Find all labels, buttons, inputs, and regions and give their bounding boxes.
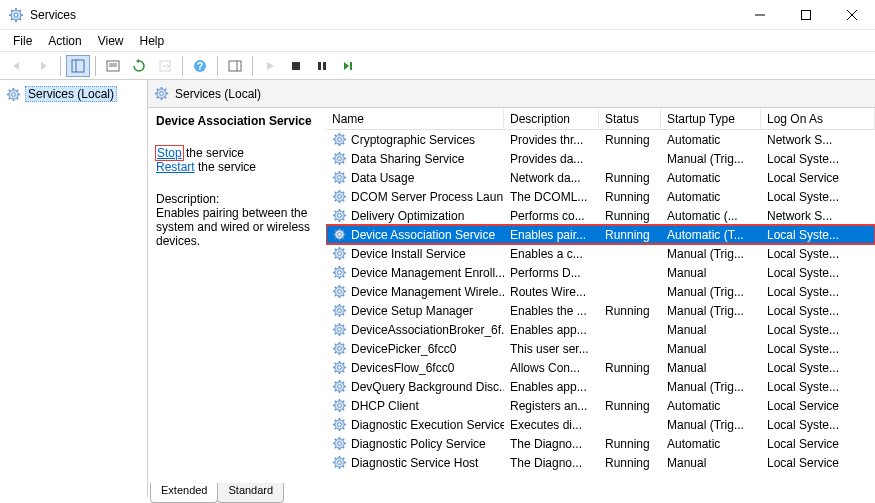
separator [95, 56, 96, 76]
service-row[interactable]: Diagnostic Service HostThe Diagno...Runn… [326, 453, 875, 472]
gear-icon [332, 227, 347, 242]
service-row[interactable]: Device Management Enroll...Performs D...… [326, 263, 875, 282]
service-description: Routes Wire... [504, 284, 599, 300]
gear-icon [332, 379, 347, 394]
service-startup: Manual (Trig... [661, 246, 761, 262]
service-row[interactable]: DeviceAssociationBroker_6f...Enables app… [326, 320, 875, 339]
service-startup: Manual (Trig... [661, 303, 761, 319]
detail-pane: Device Association Service Stop the serv… [148, 108, 326, 497]
service-name: Cryptographic Services [351, 133, 475, 147]
service-row[interactable]: Diagnostic Policy ServiceThe Diagno...Ru… [326, 434, 875, 453]
gear-icon [332, 322, 347, 337]
col-description[interactable]: Description [504, 108, 599, 129]
gear-icon [332, 284, 347, 299]
service-row[interactable]: DHCP ClientRegisters an...RunningAutomat… [326, 396, 875, 415]
col-log-on-as[interactable]: Log On As [761, 108, 875, 129]
menu-view[interactable]: View [91, 33, 131, 49]
col-status[interactable]: Status [599, 108, 661, 129]
pause-service-button[interactable] [310, 55, 334, 77]
service-row[interactable]: Data UsageNetwork da...RunningAutomaticL… [326, 168, 875, 187]
col-name[interactable]: Name [326, 108, 504, 129]
service-row[interactable]: Diagnostic Execution ServiceExecutes di.… [326, 415, 875, 434]
service-row[interactable]: Data Sharing ServiceProvides da...Manual… [326, 149, 875, 168]
menubar: File Action View Help [0, 30, 875, 52]
show-hide-action-pane-button[interactable] [223, 55, 247, 77]
gear-icon [332, 265, 347, 280]
service-row[interactable]: Delivery OptimizationPerforms co...Runni… [326, 206, 875, 225]
service-startup: Automatic [661, 132, 761, 148]
gear-icon [332, 132, 347, 147]
service-row[interactable]: Cryptographic ServicesProvides thr...Run… [326, 130, 875, 149]
properties-button[interactable] [101, 55, 125, 77]
service-logon: Local Service [761, 170, 875, 186]
minimize-button[interactable] [737, 0, 783, 30]
menu-help[interactable]: Help [133, 33, 172, 49]
service-description: The Diagno... [504, 436, 599, 452]
restart-service-button[interactable] [336, 55, 360, 77]
gear-icon [332, 436, 347, 451]
service-name: Device Association Service [351, 228, 495, 242]
service-row[interactable]: Device Management Wirele...Routes Wire..… [326, 282, 875, 301]
service-logon: Local Syste... [761, 379, 875, 395]
service-name: Diagnostic Execution Service [351, 418, 504, 432]
svg-rect-11 [802, 11, 811, 20]
service-status [599, 253, 661, 255]
svg-rect-27 [350, 62, 352, 70]
gear-icon [332, 208, 347, 223]
stop-service-button[interactable] [284, 55, 308, 77]
service-logon: Local Syste... [761, 284, 875, 300]
services-rows[interactable]: Cryptographic ServicesProvides thr...Run… [326, 130, 875, 497]
restart-service-link[interactable]: Restart [156, 160, 195, 174]
export-button[interactable] [153, 55, 177, 77]
help-button[interactable]: ? [188, 55, 212, 77]
service-startup: Automatic [661, 436, 761, 452]
tree-node-services-local[interactable]: Services (Local) [0, 84, 147, 104]
show-hide-tree-button[interactable] [66, 55, 90, 77]
selected-service-name: Device Association Service [156, 114, 316, 128]
service-name: DevQuery Background Disc... [351, 380, 504, 394]
gear-icon [332, 303, 347, 318]
service-row[interactable]: DevicesFlow_6fcc0Allows Con...RunningMan… [326, 358, 875, 377]
col-startup-type[interactable]: Startup Type [661, 108, 761, 129]
service-name: DCOM Server Process Laun... [351, 190, 504, 204]
service-description: The Diagno... [504, 455, 599, 471]
service-description: Registers an... [504, 398, 599, 414]
close-button[interactable] [829, 0, 875, 30]
service-row[interactable]: Device Setup ManagerEnables the ...Runni… [326, 301, 875, 320]
menu-file[interactable]: File [6, 33, 39, 49]
description-heading: Description: [156, 192, 316, 206]
back-button[interactable] [5, 55, 29, 77]
service-row[interactable]: DevicePicker_6fcc0This user ser...Manual… [326, 339, 875, 358]
tab-standard[interactable]: Standard [217, 483, 284, 503]
tree-node-label: Services (Local) [25, 86, 117, 102]
service-logon: Local Syste... [761, 265, 875, 281]
maximize-button[interactable] [783, 0, 829, 30]
service-description: The DCOML... [504, 189, 599, 205]
service-startup: Automatic [661, 170, 761, 186]
menu-action[interactable]: Action [41, 33, 88, 49]
tab-extended[interactable]: Extended [150, 483, 218, 503]
service-status: Running [599, 398, 661, 414]
service-startup: Manual [661, 322, 761, 338]
service-name: Diagnostic Service Host [351, 456, 478, 470]
service-name: DevicePicker_6fcc0 [351, 342, 456, 356]
svg-rect-25 [318, 62, 321, 70]
svg-rect-22 [229, 61, 241, 71]
service-description: Provides da... [504, 151, 599, 167]
stop-service-link[interactable]: Stop [156, 146, 183, 160]
service-row[interactable]: Device Association ServiceEnables pair..… [326, 225, 875, 244]
service-row[interactable]: DevQuery Background Disc...Enables app..… [326, 377, 875, 396]
service-logon: Local Service [761, 398, 875, 414]
service-row[interactable]: Device Install ServiceEnables a c...Manu… [326, 244, 875, 263]
service-startup: Automatic (... [661, 208, 761, 224]
service-startup: Manual [661, 341, 761, 357]
service-row[interactable]: DCOM Server Process Laun...The DCOML...R… [326, 187, 875, 206]
gear-icon [332, 398, 347, 413]
service-name: DHCP Client [351, 399, 419, 413]
svg-rect-24 [292, 62, 300, 70]
forward-button[interactable] [31, 55, 55, 77]
services-list: Name Description Status Startup Type Log… [326, 108, 875, 497]
refresh-button[interactable] [127, 55, 151, 77]
service-description: Enables pair... [504, 227, 599, 243]
start-service-button[interactable] [258, 55, 282, 77]
